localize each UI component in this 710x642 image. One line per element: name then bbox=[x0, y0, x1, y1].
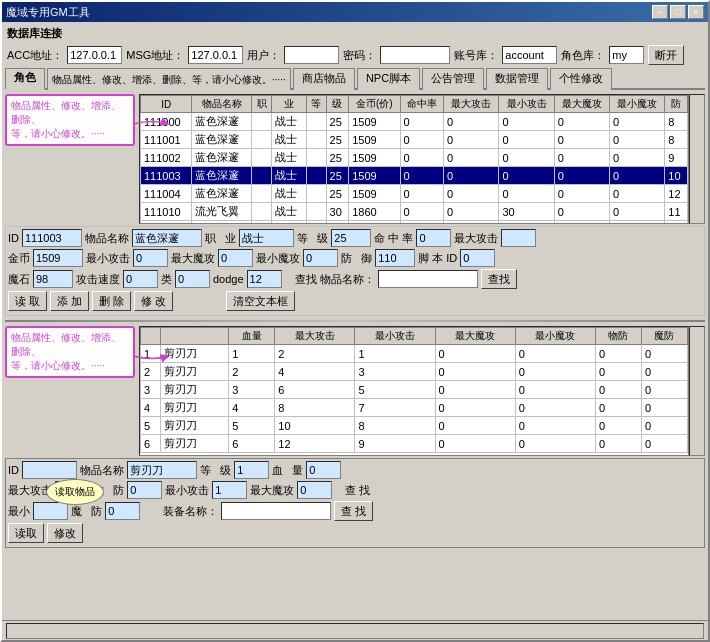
bminatk-label: 最小攻击 bbox=[165, 483, 209, 498]
user-input[interactable] bbox=[284, 46, 339, 64]
bsearch-equip-input[interactable] bbox=[221, 502, 331, 520]
bmaxmatk-input[interactable] bbox=[297, 481, 332, 499]
bottom-form: ID 物品名称 等 级 血 量 最大攻击 物 防 最小攻击 bbox=[5, 458, 705, 548]
add-button[interactable]: 添 加 bbox=[50, 291, 89, 311]
db-input[interactable] bbox=[502, 46, 557, 64]
id-input[interactable] bbox=[22, 229, 82, 247]
tab-npc[interactable]: NPC脚本 bbox=[357, 68, 420, 90]
table-row[interactable]: 111000蓝色深邃战士251509000008 bbox=[141, 113, 688, 131]
bid-input[interactable] bbox=[22, 461, 77, 479]
magic-input[interactable] bbox=[33, 270, 73, 288]
table-row[interactable]: 6剪刃刀61290000 bbox=[141, 435, 688, 453]
footid-input[interactable] bbox=[460, 249, 495, 267]
maximize-button[interactable]: □ bbox=[670, 5, 686, 19]
name-input[interactable] bbox=[132, 229, 202, 247]
minmatk-input[interactable] bbox=[303, 249, 338, 267]
hit-input[interactable] bbox=[416, 229, 451, 247]
bhp-input[interactable] bbox=[306, 461, 341, 479]
tab-role[interactable]: 角色 bbox=[5, 68, 45, 90]
minatk-input[interactable] bbox=[133, 249, 168, 267]
table-row[interactable]: 111004蓝色深邃战士2515090000012 bbox=[141, 185, 688, 203]
maxmatk-input[interactable] bbox=[218, 249, 253, 267]
minmatk-label: 最小魔攻 bbox=[256, 251, 300, 266]
del-button[interactable]: 删 除 bbox=[92, 291, 131, 311]
table-row[interactable]: 111002蓝色深邃战士251509000009 bbox=[141, 149, 688, 167]
job-input[interactable] bbox=[239, 229, 294, 247]
search-input[interactable] bbox=[378, 270, 478, 288]
tab-announce[interactable]: 公告管理 bbox=[422, 68, 484, 90]
bmdef-input[interactable] bbox=[105, 502, 140, 520]
bmodify-button[interactable]: 修改 bbox=[47, 523, 83, 543]
bname-input[interactable] bbox=[127, 461, 197, 479]
tab-data[interactable]: 数据管理 bbox=[486, 68, 548, 90]
def-input[interactable] bbox=[375, 249, 415, 267]
role-label: 角色库： bbox=[561, 48, 605, 63]
top-table-area: ID 物品名称 职 业 等 级 金币(价) 命中率 bbox=[139, 94, 705, 224]
table-row[interactable]: 2剪刃刀2430000 bbox=[141, 363, 688, 381]
clear-button[interactable]: 清空文本框 bbox=[226, 291, 295, 311]
bottom-table-with-scroll: 血量 最大攻击 最小攻击 最大魔攻 最小魔攻 物防 魔防 bbox=[139, 326, 705, 456]
tab-shop[interactable]: 商店物品 bbox=[293, 68, 355, 90]
top-table-scrollbar[interactable] bbox=[689, 94, 705, 224]
top-table-container: ID 物品名称 职 业 等 级 金币(价) 命中率 bbox=[139, 94, 689, 224]
top-annotation-area: 物品属性、修改、增添、删除、 等，请小心修改。····· bbox=[5, 94, 135, 224]
gold-label: 金币 bbox=[8, 251, 30, 266]
bminatk-input[interactable] bbox=[212, 481, 247, 499]
bottom-table-scroll: 血量 最大攻击 最小攻击 最大魔攻 最小魔攻 物防 魔防 bbox=[139, 326, 689, 456]
col-minmatk: 最小魔攻 bbox=[609, 96, 664, 113]
table-row[interactable]: 4剪刃刀4870000 bbox=[141, 399, 688, 417]
msg-input[interactable] bbox=[188, 46, 243, 64]
dodge-label: dodge bbox=[213, 273, 244, 285]
level-input[interactable] bbox=[331, 229, 371, 247]
col-gold: 金币(价) bbox=[349, 96, 400, 113]
blevel-label: 等 级 bbox=[200, 463, 231, 478]
gold-input[interactable] bbox=[33, 249, 83, 267]
col-maxatk: 最大攻击 bbox=[444, 96, 499, 113]
db-label: 账号库： bbox=[454, 48, 498, 63]
maxatk-input[interactable] bbox=[501, 229, 536, 247]
speed-input[interactable] bbox=[123, 270, 158, 288]
close-button[interactable]: × bbox=[688, 5, 704, 19]
bottom-table-area: 血量 最大攻击 最小攻击 最大魔攻 最小魔攻 物防 魔防 bbox=[139, 326, 705, 456]
col-maxmatk: 最大魔攻 bbox=[554, 96, 609, 113]
bminmatk-input[interactable] bbox=[33, 502, 68, 520]
magic-label: 魔石 bbox=[8, 272, 30, 287]
hit-label: 命 中 率 bbox=[374, 231, 413, 246]
connect-button[interactable]: 断开 bbox=[648, 45, 684, 65]
top-annotation-box: 物品属性、修改、增添、删除、 等，请小心修改。····· bbox=[5, 94, 135, 146]
bread-button[interactable]: 读取 bbox=[8, 523, 44, 543]
col-job2: 业 bbox=[272, 96, 306, 113]
blevel-input[interactable] bbox=[234, 461, 269, 479]
tab-personal[interactable]: 个性修改 bbox=[550, 68, 612, 90]
table-row[interactable]: 5剪刃刀51080000 bbox=[141, 417, 688, 435]
job-label: 职 业 bbox=[205, 231, 236, 246]
bpdef-input[interactable] bbox=[127, 481, 162, 499]
table-row[interactable]: 111011流光飞翼战士30186000300011 bbox=[141, 221, 688, 225]
read-button[interactable]: 读 取 bbox=[8, 291, 47, 311]
bottom-table-scrollbar[interactable] bbox=[689, 326, 705, 456]
acc-input[interactable] bbox=[67, 46, 122, 64]
bcol-maxmatk: 最大魔攻 bbox=[435, 328, 515, 345]
modify-button[interactable]: 修 改 bbox=[134, 291, 173, 311]
pwd-input[interactable] bbox=[380, 46, 450, 64]
minimize-button[interactable]: − bbox=[652, 5, 668, 19]
bcol-minatk: 最小攻击 bbox=[355, 328, 435, 345]
role-input[interactable] bbox=[609, 46, 644, 64]
table-row[interactable]: 1剪刃刀1210000 bbox=[141, 345, 688, 363]
status-panel bbox=[6, 623, 704, 639]
tab-items[interactable]: 物品属性、修改、增添、删除、等，请小心修改。····· bbox=[47, 68, 291, 90]
table-row[interactable]: 111010流光飞翼战士30186000300011 bbox=[141, 203, 688, 221]
type-input[interactable] bbox=[175, 270, 210, 288]
bottom-table-body: 1剪刃刀12100002剪刃刀24300003剪刃刀36500004剪刃刀487… bbox=[141, 345, 688, 453]
search-button[interactable]: 查找 bbox=[481, 269, 517, 289]
bsearch-label: 查 找 bbox=[345, 483, 370, 498]
form-row-1: ID 物品名称 职 业 等 级 命 中 率 最大攻击 bbox=[8, 229, 702, 247]
bsearch-button[interactable]: 查 找 bbox=[334, 501, 373, 521]
table-row[interactable]: 111003蓝色深邃战士2515090000010 bbox=[141, 167, 688, 185]
top-table-scroll: ID 物品名称 职 业 等 级 金币(价) 命中率 bbox=[139, 94, 689, 224]
dodge-input[interactable] bbox=[247, 270, 282, 288]
table-row[interactable]: 111001蓝色深邃战士251509000008 bbox=[141, 131, 688, 149]
table-row[interactable]: 3剪刃刀3650000 bbox=[141, 381, 688, 399]
bcol-pdef: 物防 bbox=[595, 328, 641, 345]
footid-label: 脚 本 ID bbox=[418, 251, 457, 266]
